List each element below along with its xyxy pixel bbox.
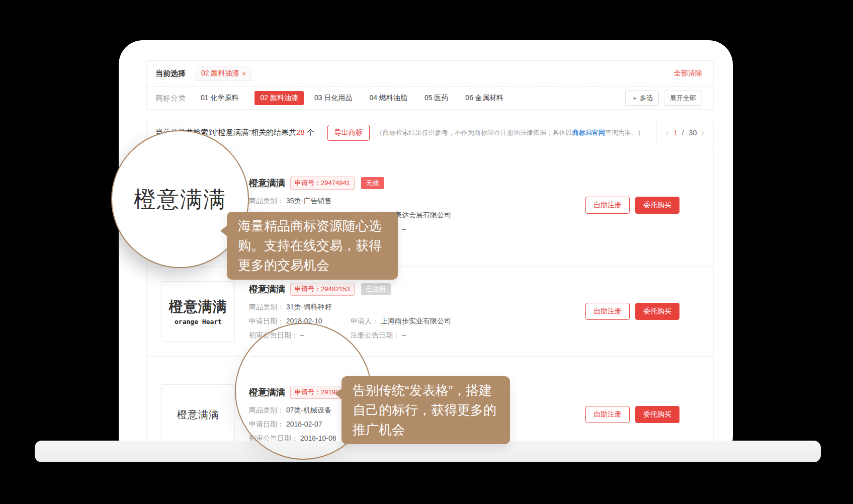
results-disclaimer: （商标检索结果仅供参考，不作为商标能否注册的法律依据；具体以商标局官网查询为准。…: [376, 128, 644, 137]
category-item-02-selected[interactable]: 02 颜料油漆: [254, 91, 303, 105]
magnified-trademark-text: 橙意满满: [134, 185, 226, 214]
pagination-current: 1: [673, 128, 677, 137]
status-badge: 已注册: [361, 283, 391, 295]
application-number-badge: 申请号：29474941: [290, 177, 355, 190]
entrust-purchase-button[interactable]: 委托购买: [635, 303, 679, 320]
category-item-01[interactable]: 01 化学原料: [200, 91, 239, 105]
filter-panel: 当前选择 02 颜料油漆 × 全部清除 商标分类 01 化学原料 02 颜料油漆…: [146, 60, 714, 110]
category-item-03[interactable]: 03 日化用品: [313, 91, 353, 105]
pagination-total: 30: [689, 128, 697, 137]
expand-all-button[interactable]: 展开全部: [664, 91, 702, 106]
callout-tooltip-promotion: 告别传统“发表格”，搭建 自己的标行，获得更多的 推广机会: [342, 376, 510, 444]
trademark-image: 橙意满满 orange Heart: [161, 281, 235, 342]
table-row: 橙意满满 orange Heart 橙意满满 申请号：29482153 已注册 …: [147, 267, 713, 357]
trademark-office-link[interactable]: 商标局官网: [572, 129, 605, 136]
results-header: 当前分类共检索到“橙意满满”相关的结果共28 个 导出商标 （商标检索结果仅供参…: [147, 121, 713, 144]
status-badge: 无效: [361, 177, 384, 189]
category-row: 商标分类 01 化学原料 02 颜料油漆 03 日化用品 04 燃料油脂 05 …: [147, 87, 713, 110]
trademark-image: 橙意满满: [161, 384, 235, 445]
pagination-separator: /: [682, 128, 684, 137]
close-icon[interactable]: ×: [242, 70, 246, 77]
category-item-06[interactable]: 06 金属材料: [464, 91, 504, 105]
self-register-button[interactable]: 自助注册: [585, 197, 630, 214]
multi-select-button[interactable]: ＋ 多选: [625, 91, 659, 106]
self-register-button[interactable]: 自助注册: [585, 303, 630, 320]
callout-tooltip-marketplace: 海量精品商标资源随心选 购。支持在线交易，获得 更多的交易机会: [227, 212, 398, 280]
current-selection-row: 当前选择 02 颜料油漆 × 全部清除: [147, 61, 713, 87]
chevron-left-icon[interactable]: ‹: [666, 128, 669, 138]
selected-filter-tag[interactable]: 02 颜料油漆 ×: [196, 66, 251, 81]
current-selection-label: 当前选择: [155, 69, 186, 78]
tooltip-arrow: [220, 225, 227, 236]
application-number-badge: 申请号：29482153: [290, 283, 355, 296]
category-row-label: 商标分类: [155, 94, 186, 103]
chevron-right-icon[interactable]: ›: [702, 128, 705, 138]
pagination: ‹ 1 / 30 ›: [656, 121, 713, 144]
selected-filter-tag-text: 02 颜料油漆: [201, 69, 239, 78]
clear-all-button[interactable]: 全部清除: [674, 69, 702, 78]
results-count: 28: [296, 128, 305, 136]
self-register-button[interactable]: 自助注册: [585, 406, 630, 423]
trademark-name: 橙意满满: [249, 283, 285, 295]
export-trademarks-button[interactable]: 导出商标: [327, 125, 370, 141]
trademark-name: 橙意满满: [249, 177, 285, 189]
entrust-purchase-button[interactable]: 委托购买: [635, 197, 679, 214]
entrust-purchase-button[interactable]: 委托购买: [635, 406, 679, 423]
tooltip-arrow: [335, 388, 342, 399]
category-item-04[interactable]: 04 燃料油脂: [368, 91, 408, 105]
category-item-05[interactable]: 05 医药: [423, 91, 449, 105]
